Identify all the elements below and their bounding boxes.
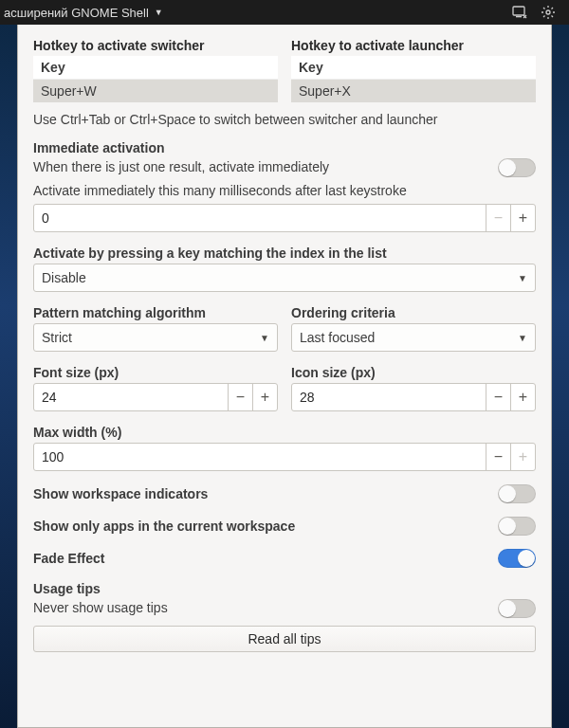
spin-minus-button[interactable]: − — [486, 384, 510, 410]
svg-line-9 — [543, 8, 545, 9]
immediate-one-result-label: When there is just one result, activate … — [33, 159, 498, 174]
fade-effect-label: Fade Effect — [33, 551, 498, 566]
desktop-bg-left — [0, 25, 17, 728]
font-size-input[interactable] — [34, 384, 228, 410]
read-all-tips-button[interactable]: Read all tips — [33, 626, 536, 652]
svg-line-11 — [543, 16, 545, 18]
spin-minus-button[interactable]: − — [486, 205, 510, 231]
switch-knob — [499, 518, 516, 535]
index-match-combo[interactable]: Disable ▼ — [33, 264, 536, 292]
svg-line-10 — [552, 16, 554, 18]
immediate-delay-label: Activate immediately this many milliseco… — [33, 183, 536, 198]
hotkey-switcher-table[interactable]: Key Super+W — [33, 56, 278, 102]
ordering-title: Ordering criteria — [291, 305, 536, 320]
workspace-indicators-switch[interactable] — [498, 484, 536, 503]
svg-rect-0 — [513, 7, 524, 15]
hotkey-col-header: Key — [291, 56, 536, 80]
desktop-bg-right — [552, 25, 569, 728]
icon-size-input[interactable] — [292, 384, 486, 410]
display-icon[interactable] — [512, 6, 527, 19]
icon-size-title: Icon size (px) — [291, 365, 536, 380]
workspace-indicators-label: Show workspace indicators — [33, 486, 498, 501]
hotkey-launcher-table[interactable]: Key Super+X — [291, 56, 536, 102]
only-current-ws-switch[interactable] — [498, 517, 536, 536]
spin-plus-button[interactable]: + — [510, 384, 535, 410]
chevron-down-icon: ▼ — [518, 273, 527, 283]
switch-knob — [499, 600, 516, 617]
hotkey-switcher-value[interactable]: Super+W — [33, 80, 278, 103]
pattern-title: Pattern matching algorithm — [33, 305, 278, 320]
immediate-one-result-switch[interactable] — [498, 158, 536, 177]
immediate-delay-spin: − + — [33, 204, 536, 232]
max-width-input[interactable] — [34, 444, 486, 470]
chevron-down-icon: ▼ — [155, 8, 163, 17]
svg-point-4 — [546, 10, 550, 14]
chevron-down-icon: ▼ — [518, 333, 527, 343]
switch-knob — [518, 550, 535, 567]
ordering-value: Last focused — [300, 330, 375, 345]
never-tips-switch[interactable] — [498, 599, 536, 618]
topbar-app-menu[interactable]: асширений GNOME Shell ▼ — [0, 6, 163, 20]
hotkey-col-header: Key — [33, 56, 278, 80]
chevron-down-icon: ▼ — [260, 333, 269, 343]
immediate-delay-input[interactable] — [34, 205, 486, 231]
spin-minus-button[interactable]: − — [486, 444, 510, 470]
hotkey-hint: Use Ctrl+Tab or Ctrl+Space to switch bet… — [33, 112, 536, 127]
pattern-combo[interactable]: Strict ▼ — [33, 323, 278, 352]
immediate-title: Immediate activation — [33, 140, 536, 155]
switch-knob — [499, 485, 516, 502]
max-width-spin: − + — [33, 443, 536, 471]
gnome-top-bar: асширений GNOME Shell ▼ — [0, 0, 569, 25]
index-match-value: Disable — [42, 270, 86, 285]
hotkey-switcher-title: Hotkey to activate switcher — [33, 38, 278, 53]
ordering-combo[interactable]: Last focused ▼ — [291, 323, 536, 352]
spin-minus-button[interactable]: − — [228, 384, 252, 410]
switch-knob — [499, 159, 516, 176]
topbar-title: асширений GNOME Shell — [4, 6, 149, 20]
fade-effect-switch[interactable] — [498, 549, 536, 568]
hotkey-launcher-value[interactable]: Super+X — [291, 80, 536, 103]
usage-tips-title: Usage tips — [33, 581, 536, 596]
spin-plus-button[interactable]: + — [510, 205, 535, 231]
hotkey-launcher-title: Hotkey to activate launcher — [291, 38, 536, 53]
gear-icon[interactable] — [541, 5, 556, 20]
pattern-value: Strict — [42, 330, 72, 345]
index-match-title: Activate by pressing a key matching the … — [33, 246, 536, 261]
only-current-ws-label: Show only apps in the current workspace — [33, 519, 498, 534]
spin-plus-button[interactable]: + — [510, 444, 535, 470]
icon-size-spin: − + — [291, 383, 536, 411]
svg-rect-1 — [516, 16, 522, 17]
settings-panel: Hotkey to activate switcher Key Super+W … — [17, 25, 552, 728]
font-size-title: Font size (px) — [33, 365, 278, 380]
spin-plus-button[interactable]: + — [252, 384, 277, 410]
max-width-title: Max width (%) — [33, 425, 536, 440]
svg-line-12 — [552, 8, 554, 9]
font-size-spin: − + — [33, 383, 278, 411]
never-tips-label: Never show usage tips — [33, 600, 498, 615]
